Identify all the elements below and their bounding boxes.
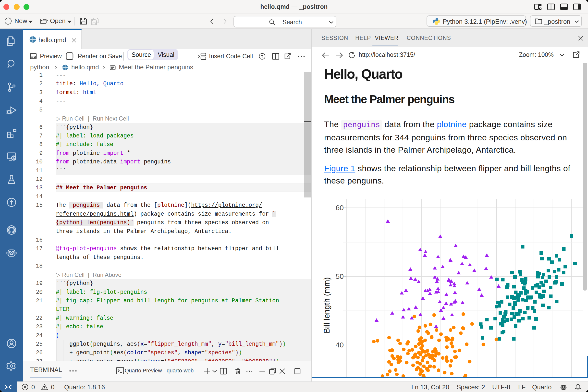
svg-text:Bill length (mm): Bill length (mm) bbox=[322, 277, 331, 333]
svg-text:50: 50 bbox=[336, 272, 344, 280]
svg-text:40: 40 bbox=[336, 341, 344, 349]
svg-text:60: 60 bbox=[336, 204, 344, 212]
